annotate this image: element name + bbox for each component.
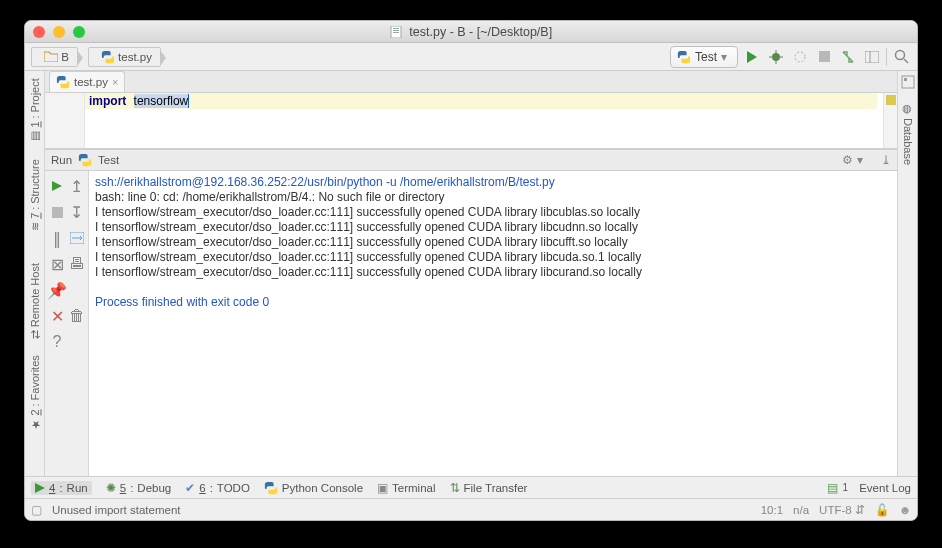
help-icon[interactable]: ? xyxy=(47,329,67,355)
right-tool-strip: ◍Database xyxy=(897,71,917,476)
scroll-up-icon[interactable]: ↥ xyxy=(67,173,86,199)
soft-wrap-icon[interactable] xyxy=(67,225,86,251)
run-panel-cfg: Test xyxy=(98,154,119,166)
remote-icon: ⇄ xyxy=(28,330,41,339)
rerun-icon[interactable] xyxy=(47,173,67,199)
bottom-tab-debug[interactable]: ✺ 5: Debug xyxy=(106,481,172,495)
chevron-down-icon: ▾ xyxy=(721,50,727,64)
tool-structure[interactable]: ≋7: Structure xyxy=(28,156,41,234)
svg-rect-2 xyxy=(393,30,399,31)
eventlog-icon: ▤ xyxy=(827,481,838,495)
gear-icon[interactable]: ⚙ ▾ xyxy=(842,153,862,167)
debug-button[interactable] xyxy=(766,47,786,67)
run-gutter: ↥ ↧ ‖ ⊠ 🖶 📌 ✕ 🗑 ? xyxy=(45,171,89,476)
tool-project[interactable]: ▥1: Project xyxy=(28,75,41,146)
layout-button[interactable] xyxy=(862,47,882,67)
editor-marker-bar[interactable] xyxy=(883,93,897,148)
tool-remote-host[interactable]: ⇄Remote Host xyxy=(28,260,41,342)
db-panel-icon[interactable] xyxy=(901,75,915,89)
console-line: I tensorflow/stream_executor/dso_loader.… xyxy=(95,235,889,250)
download-icon[interactable]: ⤓ xyxy=(881,153,891,167)
breadcrumb-file[interactable]: test.py xyxy=(88,47,161,67)
editor[interactable]: import tensorflow xyxy=(45,93,897,149)
window-title-text: test.py - B - [~/Desktop/B] xyxy=(409,25,552,39)
run-panel-header: Run Test ⚙ ▾ ⤓ xyxy=(45,149,897,171)
editor-tab-testpy[interactable]: test.py × xyxy=(49,71,125,92)
toggle-tool-windows-icon[interactable]: ▢ xyxy=(31,503,42,517)
svg-rect-1 xyxy=(393,28,399,29)
coverage-button[interactable] xyxy=(790,47,810,67)
console-line: I tensorflow/stream_executor/dso_loader.… xyxy=(95,205,889,220)
editor-tab-strip: test.py × xyxy=(45,71,897,93)
minimize-window-button[interactable] xyxy=(53,26,65,38)
svg-point-13 xyxy=(895,51,904,60)
close-icon[interactable]: ⊠ xyxy=(47,251,67,277)
text-caret xyxy=(188,94,189,108)
search-button[interactable] xyxy=(891,47,911,67)
python-icon xyxy=(78,153,92,167)
status-bar: ▢ Unused import statement 10:1 n/a UTF-8… xyxy=(25,498,917,520)
close-window-button[interactable] xyxy=(33,26,45,38)
svg-rect-18 xyxy=(904,78,907,81)
scroll-down-icon[interactable]: ↧ xyxy=(67,199,86,225)
console-output[interactable]: ssh://erikhallstrom@192.168.36.252:22/us… xyxy=(89,171,897,476)
svg-line-14 xyxy=(904,59,908,63)
bottom-tab-todo[interactable]: ✔ 6: TODO xyxy=(185,481,250,495)
tool-database[interactable]: ◍Database xyxy=(901,99,914,168)
run-icon xyxy=(35,483,45,493)
svg-rect-10 xyxy=(819,51,830,62)
breadcrumb-project-label: B xyxy=(61,51,69,63)
run-config-selector[interactable]: Test ▾ xyxy=(670,46,738,68)
run-button[interactable] xyxy=(742,47,762,67)
insert-mode[interactable]: n/a xyxy=(793,504,809,516)
run-panel-title: Run xyxy=(51,154,72,166)
svg-rect-15 xyxy=(52,207,63,218)
bottom-tab-terminal[interactable]: ▣ Terminal xyxy=(377,481,435,495)
rerun-button[interactable] xyxy=(838,47,858,67)
breadcrumb-file-label: test.py xyxy=(118,51,152,63)
database-icon: ◍ xyxy=(901,102,914,115)
bottom-tab-python-console[interactable]: Python Console xyxy=(264,481,363,495)
clear-icon[interactable]: ✕ xyxy=(47,303,67,329)
code-selection: tensorflow xyxy=(134,94,189,108)
bottom-tab-run[interactable]: 4: Run xyxy=(31,481,92,495)
print-icon[interactable]: 🖶 xyxy=(67,251,86,277)
editor-gutter[interactable] xyxy=(45,93,85,148)
maximize-window-button[interactable] xyxy=(73,26,85,38)
hector-icon[interactable]: ☻ xyxy=(899,504,911,516)
bug-icon: ✺ xyxy=(106,481,116,495)
tool-favorites[interactable]: ★2: Favorites xyxy=(28,352,41,434)
left-tool-strip: ▥1: Project ≋7: Structure ⇄Remote Host ★… xyxy=(25,71,45,476)
python-icon xyxy=(264,481,278,495)
lock-icon[interactable]: 🔓 xyxy=(875,503,889,517)
file-encoding[interactable]: UTF-8 ⇵ xyxy=(819,503,865,517)
svg-rect-0 xyxy=(391,26,401,38)
svg-rect-11 xyxy=(865,51,879,63)
pause-icon[interactable]: ‖ xyxy=(47,225,67,251)
bottom-tab-file-transfer[interactable]: ⇅ File Transfer xyxy=(450,481,528,495)
python-icon xyxy=(56,75,70,89)
stop-icon[interactable] xyxy=(47,199,67,225)
python-icon xyxy=(101,50,115,64)
run-panel: ↥ ↧ ‖ ⊠ 🖶 📌 ✕ 🗑 ? ssh://erikhallstrom@19… xyxy=(45,171,897,476)
close-tab-button[interactable]: × xyxy=(112,76,118,88)
window-title: test.py - B - [~/Desktop/B] xyxy=(25,25,917,39)
todo-icon: ✔ xyxy=(185,481,195,495)
bottom-tool-bar: 4: Run ✺ 5: Debug ✔ 6: TODO Python Conso… xyxy=(25,476,917,498)
toolbar: B test.py Test ▾ xyxy=(25,43,917,71)
run-config-label: Test xyxy=(695,50,717,64)
trash-icon[interactable]: 🗑 xyxy=(67,303,86,329)
stop-button[interactable] xyxy=(814,47,834,67)
svg-point-9 xyxy=(795,52,805,62)
structure-icon: ≋ xyxy=(28,222,41,231)
python-icon xyxy=(677,50,691,64)
bottom-tab-event-log[interactable]: ▤ 1 Event Log xyxy=(827,481,911,495)
caret-position[interactable]: 10:1 xyxy=(761,504,783,516)
warning-marker[interactable] xyxy=(886,95,896,105)
status-message: Unused import statement xyxy=(52,504,180,516)
window-controls xyxy=(33,26,85,38)
code-line-1[interactable]: import tensorflow xyxy=(85,93,877,109)
pin-icon[interactable]: 📌 xyxy=(47,277,67,303)
console-line: bash: line 0: cd: /home/erikhallstrom/B/… xyxy=(95,190,889,205)
breadcrumb-project[interactable]: B xyxy=(31,47,78,67)
